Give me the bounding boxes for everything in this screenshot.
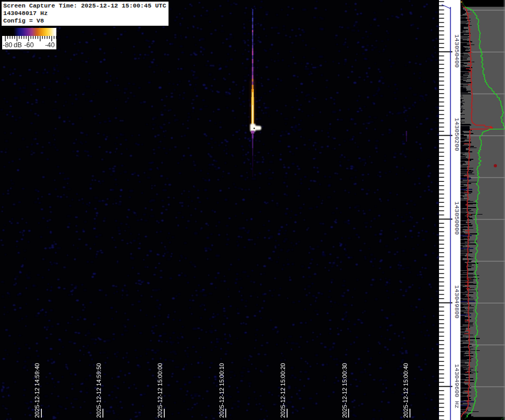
svg-text:143050200: 143050200 — [453, 117, 460, 151]
svg-text:143050400: 143050400 — [453, 34, 460, 68]
svg-text:143049600 Hz: 143049600 Hz — [453, 364, 460, 409]
svg-text:2025-12-12 15:00:10: 2025-12-12 15:00:10 — [218, 363, 225, 418]
svg-text:2025-12-12 15:00:30: 2025-12-12 15:00:30 — [341, 363, 348, 418]
svg-text:143050000: 143050000 — [453, 201, 460, 234]
svg-text:2025-12-12 14:59:40: 2025-12-12 14:59:40 — [34, 363, 40, 418]
svg-text:2025-12-12 14:59:50: 2025-12-12 14:59:50 — [96, 363, 102, 418]
svg-text:143049800: 143049800 — [453, 285, 460, 318]
svg-text:2025-12-12 15:00:20: 2025-12-12 15:00:20 — [280, 363, 286, 418]
svg-text:2025-12-12 15:00:40: 2025-12-12 15:00:40 — [402, 363, 409, 418]
svg-text:2025-12-12 15:00:00: 2025-12-12 15:00:00 — [157, 363, 163, 418]
